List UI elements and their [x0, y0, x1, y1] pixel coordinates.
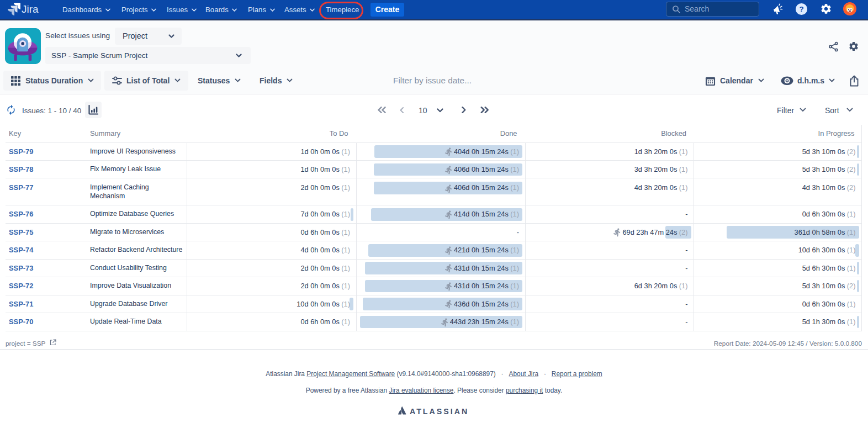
svg-text:?: ? — [799, 5, 803, 13]
svg-text:ATLASSIAN: ATLASSIAN — [410, 407, 469, 416]
